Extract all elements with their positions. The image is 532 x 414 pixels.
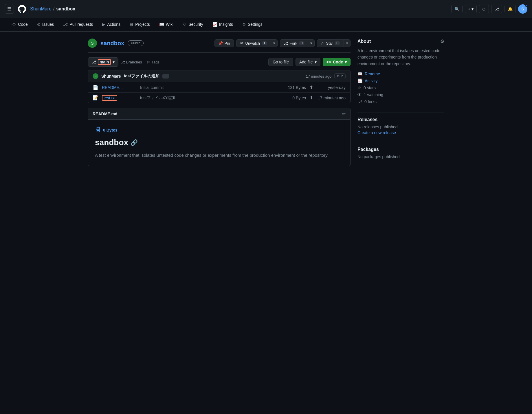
unwatch-count: 1 [262, 41, 267, 45]
unwatch-dropdown-button[interactable]: ▾ [271, 39, 278, 47]
user-avatar[interactable]: S [518, 4, 527, 14]
releases-section: Releases No releases published Create a … [357, 117, 444, 135]
pin-button[interactable]: 📌 Pin [214, 39, 234, 47]
file-time-readme: yesterday [317, 85, 346, 90]
repo-breadcrumb: ShunMare / sandbox [30, 6, 75, 12]
go-to-file-button[interactable]: Go to file [268, 58, 293, 66]
tab-projects[interactable]: ▦ Projects [125, 18, 155, 31]
search-button[interactable]: 🔍 [451, 5, 463, 13]
tags-link-icon: 🏷 [147, 60, 151, 64]
commit-count-button[interactable]: ⟳ 2 [334, 73, 346, 79]
stars-link-icon: ☆ [357, 85, 361, 90]
star-dropdown-button[interactable]: ▾ [344, 39, 351, 47]
readme-edit-button[interactable]: ✏ [342, 111, 346, 116]
tab-actions-label: Actions [107, 22, 120, 27]
table-row: 📝 test.txt testファイルの追加 0 Bytes ⬆ 17 minu… [88, 93, 350, 103]
tab-insights-label: Insights [219, 22, 233, 27]
star-icon: ☆ [321, 41, 324, 45]
unwatch-button[interactable]: 👁 Unwatch 1 [236, 39, 271, 47]
branch-icon: ⎇ [91, 60, 96, 64]
tab-insights[interactable]: 📈 Insights [208, 18, 238, 31]
commit-history-icon: ⟳ [337, 74, 340, 78]
fork-dropdown-button[interactable]: ▾ [308, 39, 315, 47]
fork-icon: ⎇ [284, 41, 288, 45]
create-release-link[interactable]: Create a new release [357, 130, 396, 135]
security-tab-icon: 🛡 [183, 22, 187, 27]
about-link-activity[interactable]: 📈 Activity [357, 77, 444, 84]
branches-link[interactable]: ⎇ Branches [121, 60, 142, 64]
repo-owner[interactable]: ShunMare [30, 6, 52, 12]
wiki-tab-icon: 📖 [159, 22, 164, 27]
about-stat-stars[interactable]: ☆ 0 stars [357, 84, 444, 91]
code-button[interactable]: <> Code ▾ [323, 58, 351, 66]
readme-description: A test environment that isolates unteste… [95, 152, 343, 159]
fork-button[interactable]: ⎇ Fork 0 [280, 39, 308, 47]
readme-section: README.md ✏ 🗄 0 Bytes sandbox 🔗 A test e… [88, 108, 351, 166]
tags-link[interactable]: 🏷 Tags [147, 60, 159, 64]
packages-section: Packages No packages published [357, 147, 444, 159]
notifications-button[interactable]: 🔔 [505, 5, 516, 13]
forks-link-icon: ⎇ [357, 99, 362, 104]
file-icon-txt: 📝 [93, 95, 98, 101]
last-commit-message[interactable]: testファイルの追加 [124, 74, 159, 79]
file-name-txt[interactable]: test.txt [102, 96, 137, 100]
tab-security[interactable]: 🛡 Security [178, 18, 208, 31]
tab-actions[interactable]: ▶ Actions [98, 18, 125, 31]
code-tab-icon: <> [12, 22, 16, 27]
breadcrumb-separator: / [53, 6, 54, 12]
tab-issues[interactable]: ⊙ Issues [32, 18, 58, 31]
file-nav: ⎇ main ▾ ⎇ Branches 🏷 Tags Go to file Ad… [88, 57, 351, 67]
tags-label: Tags [152, 60, 159, 64]
releases-title: Releases [357, 117, 444, 122]
new-button[interactable]: + ▾ [465, 5, 477, 13]
branch-name: main [98, 59, 111, 65]
top-nav: ☰ ShunMare / sandbox 🔍 + ▾ ⊙ ⎇ 🔔 S [0, 0, 532, 18]
tab-settings[interactable]: ⚙ Settings [238, 18, 267, 31]
about-settings-button[interactable]: ⚙ [440, 39, 444, 44]
avatar-notification-dot [525, 4, 527, 7]
repo-name-title[interactable]: sandbox [100, 40, 124, 47]
unwatch-group: 👁 Unwatch 1 ▾ [236, 39, 278, 47]
about-header: About ⚙ [357, 39, 444, 44]
fork-count: 0 [299, 41, 304, 45]
readme-link-icon[interactable]: 🔗 [131, 139, 138, 146]
tab-code[interactable]: <> Code [7, 18, 32, 31]
last-commit-author[interactable]: ShunMare [101, 74, 121, 79]
file-commit-readme[interactable]: Initial commit [140, 85, 279, 90]
code-btn-label: Code [333, 60, 343, 64]
tab-security-label: Security [188, 22, 203, 27]
pr-icon: ⎇ [494, 7, 499, 11]
about-stat-watching[interactable]: 👁 1 watching [357, 91, 444, 98]
about-title: About [357, 39, 371, 44]
file-icon-readme: 📄 [93, 85, 98, 90]
public-badge: Public [128, 40, 144, 46]
repo-name-nav[interactable]: sandbox [56, 6, 75, 12]
file-name-readme[interactable]: README... [102, 85, 137, 90]
about-stat-forks[interactable]: ⎇ 0 forks [357, 98, 444, 105]
about-link-readme[interactable]: 📖 Readme [357, 70, 444, 77]
about-section: About ⚙ A test environment that isolates… [357, 39, 444, 105]
repo-nav-tabs: <> Code ⊙ Issues ⎇ Pull requests ▶ Actio… [0, 18, 532, 32]
eye-icon: 👁 [240, 41, 244, 45]
tab-wiki-label: Wiki [166, 22, 173, 27]
repo-header-avatar: S [88, 39, 97, 48]
hamburger-button[interactable]: ☰ [5, 4, 14, 14]
left-column: S sandbox Public 📌 Pin 👁 Unwatch 1 ▾ [88, 39, 351, 166]
commit-ellipsis[interactable]: ... [162, 74, 169, 79]
file-commit-txt[interactable]: testファイルの追加 [140, 95, 279, 101]
tab-pull-requests[interactable]: ⎇ Pull requests [58, 18, 98, 31]
branch-selector[interactable]: ⎇ main ▾ [88, 57, 118, 67]
upload-icon-txt: ⬆ [309, 95, 313, 101]
insights-tab-icon: 📈 [212, 22, 217, 27]
add-file-dropdown-icon: ▾ [315, 60, 317, 64]
settings-tab-icon: ⚙ [242, 22, 246, 27]
main-content: S sandbox Public 📌 Pin 👁 Unwatch 1 ▾ [81, 32, 451, 173]
add-file-button[interactable]: Add file ▾ [296, 58, 320, 66]
copilot-button[interactable]: ⊙ [479, 5, 489, 13]
pin-label: Pin [225, 41, 230, 45]
tab-wiki[interactable]: 📖 Wiki [155, 18, 178, 31]
pull-requests-button[interactable]: ⎇ [491, 5, 502, 13]
tab-projects-label: Projects [135, 22, 150, 27]
commit-author-avatar: S [93, 73, 98, 79]
star-button[interactable]: ☆ Star 0 [317, 39, 344, 47]
